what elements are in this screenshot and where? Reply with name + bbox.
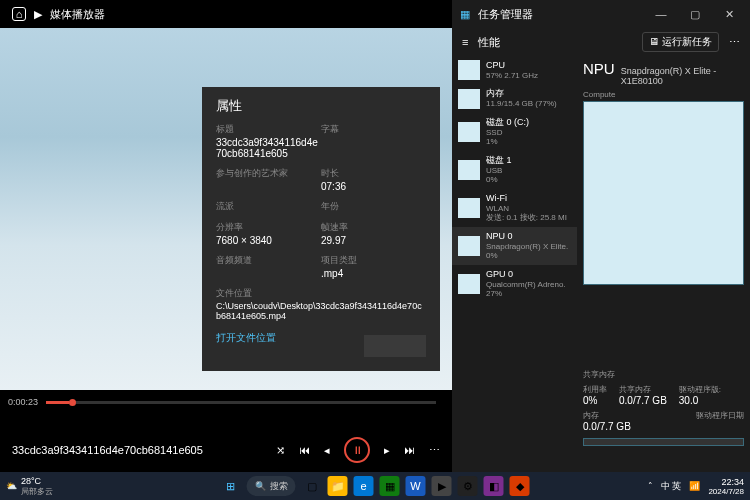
type-value: .mp4 — [321, 268, 426, 279]
edge-icon[interactable]: e — [354, 476, 374, 496]
timeline[interactable]: 0:00:23 — [0, 393, 452, 411]
thumb-icon — [458, 122, 480, 142]
more-icon[interactable]: ⋯ — [429, 444, 440, 457]
weather-widget[interactable]: ⛅ 28°C局部多云 — [6, 476, 53, 497]
thumb-icon — [458, 160, 480, 180]
forward-icon[interactable]: ▸ — [384, 444, 390, 457]
home-icon[interactable]: ⌂ — [12, 7, 26, 21]
tab-performance[interactable]: 性能 — [478, 35, 500, 50]
weather-icon: ⛅ — [6, 481, 17, 491]
tray-chevron-icon[interactable]: ˄ — [648, 481, 653, 491]
sidebar-item--1[interactable]: 磁盘 1USB0% — [452, 151, 577, 189]
rewind-icon[interactable]: ◂ — [324, 444, 330, 457]
thumb-icon — [458, 89, 480, 109]
resolution-value: 7680 × 3840 — [216, 235, 321, 246]
sidebar-item-gpu-0[interactable]: GPU 0Qualcomm(R) Adreno.27% — [452, 265, 577, 303]
location-value: C:\Users\coudv\Desktop\33cdc3a9f3434116d… — [216, 301, 426, 321]
minimize-button[interactable]: — — [648, 8, 674, 20]
next-icon[interactable]: ⏭ — [404, 444, 415, 456]
subtitle-label: 字幕 — [321, 123, 426, 136]
clock-date: 2024/7/28 — [708, 487, 744, 496]
duration-value: 07:36 — [321, 181, 426, 192]
thumb-icon — [458, 274, 480, 294]
wifi-icon[interactable]: 📶 — [689, 481, 700, 491]
vmem-value: 0.0/7.7 GB — [583, 421, 631, 432]
type-label: 项目类型 — [321, 254, 426, 267]
artist-label: 参与创作的艺术家 — [216, 167, 321, 180]
props-heading: 属性 — [216, 97, 426, 115]
player-icon: ▶ — [34, 8, 42, 21]
menu-icon[interactable]: ≡ — [462, 36, 468, 48]
search-button[interactable]: 🔍 搜索 — [247, 476, 296, 496]
chart-label: Compute — [583, 90, 744, 99]
location-label: 文件位置 — [216, 287, 426, 300]
genre-label: 流派 — [216, 200, 321, 213]
tm-app-icon: ▦ — [460, 8, 470, 21]
time-current: 0:00:23 — [8, 397, 38, 407]
ime-indicator[interactable]: 中 英 — [661, 480, 682, 493]
sidebar-item-npu-0[interactable]: NPU 0Snapdragon(R) X Elite.0% — [452, 227, 577, 265]
audio-label: 音频频道 — [216, 254, 321, 267]
player-title: 媒体播放器 — [50, 7, 105, 22]
title-value: 33cdc3a9f3434116d4e70cb68141e605 — [216, 137, 321, 159]
npu-label: NPU — [583, 60, 615, 77]
properties-dialog: 属性 标题 33cdc3a9f3434116d4e70cb68141e605 字… — [202, 87, 440, 371]
run-task-button[interactable]: 🖥 运行新任务 — [642, 32, 719, 52]
thumb-icon — [458, 236, 480, 256]
npu-name: Snapdragon(R) X Elite - X1E80100 — [621, 66, 744, 86]
thumb-icon — [458, 60, 480, 80]
framerate-label: 帧速率 — [321, 221, 426, 234]
explorer-icon[interactable]: 📁 — [328, 476, 348, 496]
sidebar-item-cpu[interactable]: CPU57% 2.71 GHz — [452, 56, 577, 84]
app-icon[interactable]: ▦ — [380, 476, 400, 496]
media-icon[interactable]: ▶ — [432, 476, 452, 496]
shared-mem-section: 共享内存 — [583, 369, 744, 380]
framerate-value: 29.97 — [321, 235, 426, 246]
app3-icon[interactable]: ◆ — [510, 476, 530, 496]
shuffle-icon[interactable]: ⤨ — [276, 444, 285, 457]
sidebar-item--0-c-[interactable]: 磁盘 0 (C:)SSD1% — [452, 113, 577, 151]
more-icon[interactable]: ⋯ — [729, 36, 740, 49]
start-button[interactable]: ⊞ — [221, 476, 241, 496]
taskview-icon[interactable]: ▢ — [302, 476, 322, 496]
app2-icon[interactable]: ◧ — [484, 476, 504, 496]
maximize-button[interactable]: ▢ — [682, 8, 708, 21]
title-label: 标题 — [216, 123, 321, 136]
close-button[interactable]: ✕ — [716, 8, 742, 21]
resolution-label: 分辨率 — [216, 221, 321, 234]
word-icon[interactable]: W — [406, 476, 426, 496]
pause-button[interactable]: ⏸ — [344, 437, 370, 463]
props-close-button[interactable] — [364, 335, 426, 357]
util-value: 0% — [583, 395, 607, 406]
prev-icon[interactable]: ⏮ — [299, 444, 310, 456]
mem-bar — [583, 438, 744, 446]
compute-chart — [583, 101, 744, 285]
filename-display: 33cdc3a9f3434116d4e70cb68141e605 — [12, 444, 203, 456]
sidebar-item-wi-fi[interactable]: Wi-FiWLAN发送: 0.1 接收: 25.8 MI — [452, 189, 577, 227]
duration-label: 时长 — [321, 167, 426, 180]
year-label: 年份 — [321, 200, 426, 213]
shared-value: 0.0/7.7 GB — [619, 395, 667, 406]
taskbar: ⛅ 28°C局部多云 ⊞ 🔍 搜索 ▢ 📁 e ▦ W ▶ ⚙ ◧ ◆ ˄ 中 … — [0, 472, 750, 500]
sidebar-item--[interactable]: 内存11.9/15.4 GB (77%) — [452, 84, 577, 112]
thumb-icon — [458, 198, 480, 218]
clock-time[interactable]: 22:34 — [708, 477, 744, 487]
tm-title: 任务管理器 — [478, 7, 533, 22]
tm-sidebar: CPU57% 2.71 GHz内存11.9/15.4 GB (77%)磁盘 0 … — [452, 56, 577, 472]
settings-icon[interactable]: ⚙ — [458, 476, 478, 496]
